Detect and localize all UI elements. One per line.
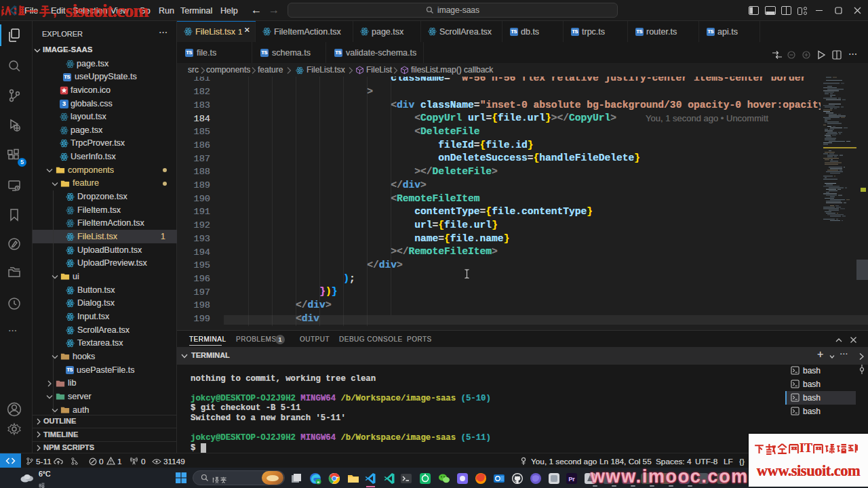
svg-text:Pr: Pr: [569, 476, 576, 483]
